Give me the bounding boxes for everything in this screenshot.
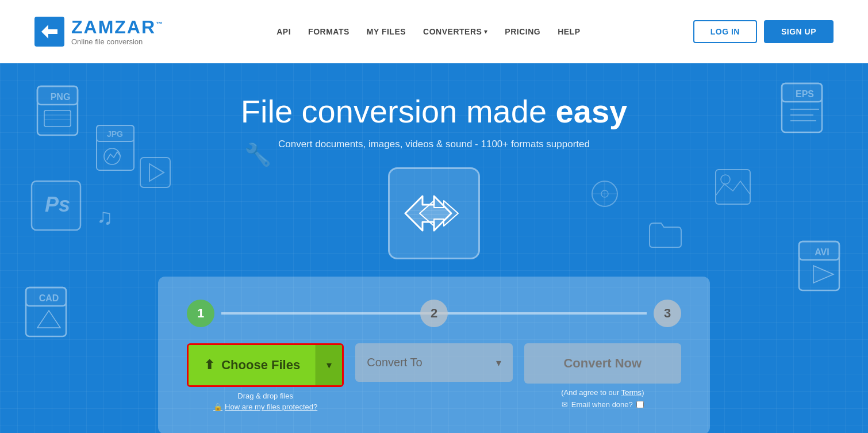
svg-rect-14	[26, 288, 66, 306]
choose-files-button[interactable]: ⬆ Choose Files	[189, 345, 316, 385]
svg-marker-0	[41, 25, 57, 39]
nav: API FORMATS MY FILES CONVERTERS ▾ PRICIN…	[276, 27, 580, 36]
hero-section: File conversion made easy Convert docume…	[0, 63, 868, 259]
email-when-done-checkbox[interactable]	[636, 401, 644, 408]
steps-row: 1 2 3	[187, 300, 681, 327]
convert-to-section: Convert To ▾	[355, 343, 512, 411]
convert-now-section: Convert Now (And agree to our Terms) ✉ E…	[524, 343, 681, 411]
logo-subtitle: Online file conversion	[71, 37, 164, 46]
header: ZAMZAR™ Online file conversion API FORMA…	[0, 0, 868, 63]
svg-text:CAD: CAD	[39, 293, 59, 303]
lock-icon: 🔒	[213, 403, 222, 411]
svg-rect-13	[26, 288, 66, 336]
svg-marker-16	[37, 311, 60, 328]
hero-illustration	[388, 167, 480, 259]
cad-decoration: CAD	[20, 282, 78, 347]
nav-pricing[interactable]: PRICING	[505, 27, 540, 36]
step-3-circle: 3	[654, 300, 681, 327]
nav-converters-group[interactable]: CONVERTERS ▾	[423, 27, 487, 36]
logo-brand: ZAMZAR™	[71, 18, 164, 36]
convert-to-arrow-icon: ▾	[496, 357, 501, 369]
nav-my-files[interactable]: MY FILES	[367, 27, 406, 36]
convert-now-button[interactable]: Convert Now	[524, 343, 681, 384]
conversion-widget: 1 2 3 ⬆ Choose Files ▾ Drag & drop files	[158, 277, 710, 433]
upload-icon: ⬆	[204, 358, 214, 373]
file-protection-link[interactable]: 🔒 How are my files protected?	[213, 403, 317, 411]
actions-row: ⬆ Choose Files ▾ Drag & drop files 🔒 How…	[187, 343, 681, 411]
convert-to-dropdown[interactable]: Convert To ▾	[355, 343, 512, 382]
choose-files-section: ⬆ Choose Files ▾ Drag & drop files 🔒 How…	[187, 343, 344, 411]
chevron-down-icon: ▾	[327, 359, 332, 371]
email-when-done-row: ✉ Email when done?	[562, 400, 644, 409]
login-button[interactable]: LOG IN	[693, 20, 757, 43]
signup-button[interactable]: SIGN UP	[764, 20, 834, 43]
step-2-circle: 2	[420, 300, 448, 327]
logo-area: ZAMZAR™ Online file conversion	[34, 17, 164, 47]
choose-files-button-group: ⬆ Choose Files ▾	[187, 343, 344, 387]
main-content: PNG JPG Ps	[0, 63, 868, 433]
hero-title: File conversion made easy	[0, 92, 868, 131]
logo-icon	[34, 17, 64, 47]
step-1-circle: 1	[187, 300, 214, 327]
nav-api[interactable]: API	[276, 27, 291, 36]
terms-link[interactable]: Terms	[621, 388, 642, 397]
email-icon: ✉	[562, 400, 568, 409]
chevron-down-icon: ▾	[484, 28, 487, 36]
choose-files-dropdown-button[interactable]: ▾	[316, 345, 342, 385]
logo-text: ZAMZAR™ Online file conversion	[71, 18, 164, 46]
nav-buttons: LOG IN SIGN UP	[693, 20, 834, 43]
drag-drop-text: Drag & drop files	[237, 392, 293, 400]
svg-marker-26	[813, 266, 834, 283]
nav-formats[interactable]: FORMATS	[308, 27, 349, 36]
terms-text: (And agree to our Terms)	[561, 388, 644, 397]
nav-converters[interactable]: CONVERTERS	[423, 27, 482, 36]
hero-subtitle: Convert documents, images, videos & soun…	[0, 139, 868, 150]
nav-help[interactable]: HELP	[558, 27, 580, 36]
